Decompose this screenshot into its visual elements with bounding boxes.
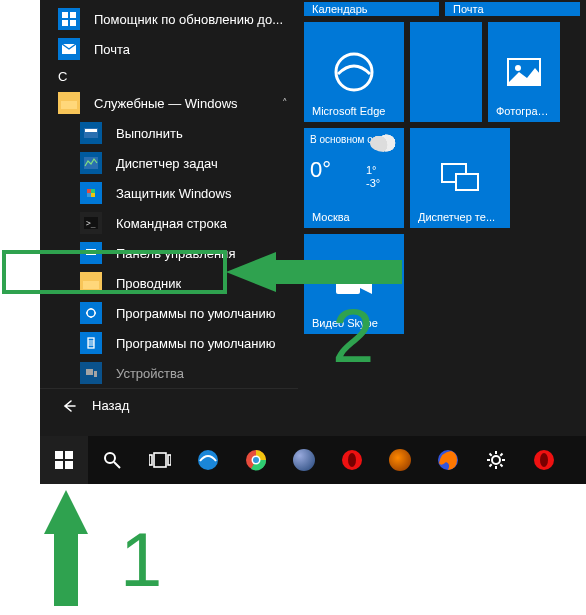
svg-rect-32 — [456, 174, 478, 190]
svg-rect-34 — [55, 451, 63, 459]
windows-icon — [58, 8, 80, 30]
cloud-icon — [370, 134, 398, 152]
tile-edge[interactable]: Microsoft Edge — [304, 22, 404, 122]
start-button[interactable] — [40, 436, 88, 484]
app-item-label: Проводник — [116, 276, 181, 291]
tile-weather[interactable]: В основном о... 0° 1° -3° Москва — [304, 128, 404, 228]
app-item-mail[interactable]: Почта — [40, 34, 298, 64]
back-label: Назад — [92, 398, 129, 413]
devices-icon — [80, 362, 102, 384]
weather-range: 1° -3° — [366, 164, 380, 190]
tile-calendar[interactable]: Календарь — [304, 2, 439, 16]
svg-rect-33 — [336, 274, 360, 294]
app-item-label: Почта — [94, 42, 130, 57]
svg-rect-10 — [87, 189, 91, 193]
app-folder-windows-system[interactable]: Служебные — Windows ˄ — [40, 88, 298, 118]
chevron-up-icon: ˄ — [282, 97, 288, 110]
app-taskbar-1[interactable] — [280, 436, 328, 484]
svg-point-49 — [492, 456, 500, 464]
svg-rect-41 — [168, 455, 171, 465]
svg-rect-35 — [65, 451, 73, 459]
app-item-label: Выполнить — [116, 126, 183, 141]
app-item-devices[interactable]: Устройства — [40, 358, 298, 388]
svg-rect-17 — [86, 249, 96, 255]
tile-mail[interactable]: Почта — [445, 2, 580, 16]
app-item-explorer[interactable]: Проводник — [40, 268, 298, 298]
controlpanel-icon — [80, 242, 102, 264]
tile-photos[interactable]: Фотографии — [488, 22, 560, 122]
app-item-label: Панель управления — [116, 246, 235, 261]
brush-icon — [389, 449, 411, 471]
app-item-label: Командная строка — [116, 216, 227, 231]
run-icon — [80, 122, 102, 144]
svg-rect-7 — [85, 129, 97, 132]
search-button[interactable] — [88, 436, 136, 484]
app-item-label: Служебные — Windows — [94, 96, 238, 111]
app-item-control-panel[interactable]: Панель управления — [40, 238, 298, 268]
defender-icon — [80, 182, 102, 204]
cmd-icon: >_ — [80, 212, 102, 234]
arrow-left-icon — [62, 399, 76, 413]
remote-icon — [440, 162, 480, 194]
svg-rect-36 — [55, 461, 63, 469]
svg-rect-26 — [86, 369, 93, 375]
svg-rect-12 — [87, 193, 91, 197]
opera-taskbar-2[interactable] — [520, 436, 568, 484]
tile-caption: Почта — [453, 2, 484, 16]
app-item-label: Программы по умолчанию — [116, 336, 275, 351]
tile-remote-desktop[interactable]: Диспетчер те... — [410, 128, 510, 228]
app-item-update-assistant[interactable]: Помощник по обновлению до... — [40, 4, 298, 34]
svg-point-47 — [348, 453, 356, 467]
svg-rect-3 — [70, 20, 76, 26]
app-item-default-programs-1[interactable]: Программы по умолчанию — [40, 298, 298, 328]
app-item-run[interactable]: Выполнить — [40, 118, 298, 148]
svg-point-19 — [92, 251, 94, 253]
taskview-button[interactable] — [136, 436, 184, 484]
svg-rect-39 — [154, 453, 166, 467]
edge-icon — [332, 50, 376, 94]
taskbar — [40, 436, 586, 484]
defaults-icon — [80, 302, 102, 324]
apps-letter-header[interactable]: С — [40, 64, 298, 88]
opera-icon — [533, 449, 555, 471]
chrome-icon — [245, 449, 267, 471]
weather-city: Москва — [312, 211, 350, 223]
defaults-icon — [80, 332, 102, 354]
weather-hi: 1° — [366, 164, 380, 177]
all-apps-list: Помощник по обновлению до... Почта С Слу… — [40, 0, 298, 436]
gear-icon — [485, 449, 507, 471]
svg-point-45 — [253, 457, 259, 463]
back-button[interactable]: Назад — [40, 388, 298, 422]
edge-taskbar[interactable] — [184, 436, 232, 484]
annotation-label-1: 1 — [120, 516, 162, 603]
windows-logo-icon — [53, 449, 75, 471]
taskview-icon — [149, 449, 171, 471]
search-icon — [101, 449, 123, 471]
weather-lo: -3° — [366, 177, 380, 190]
chrome-taskbar[interactable] — [232, 436, 280, 484]
folder-icon — [58, 92, 80, 114]
app-item-default-programs-2[interactable]: Программы по умолчанию — [40, 328, 298, 358]
app-taskbar-2[interactable] — [376, 436, 424, 484]
app-item-label: Устройства — [116, 366, 184, 381]
firefox-taskbar[interactable] — [424, 436, 472, 484]
app-item-label: Помощник по обновлению до... — [94, 12, 283, 27]
tile-caption: Календарь — [312, 2, 368, 16]
app-item-defender[interactable]: Защитник Windows — [40, 178, 298, 208]
app-item-task-manager[interactable]: Диспетчер задач — [40, 148, 298, 178]
opera-icon — [341, 449, 363, 471]
svg-rect-13 — [91, 193, 95, 197]
app-item-cmd[interactable]: >_ Командная строка — [40, 208, 298, 238]
svg-text:>_: >_ — [86, 219, 96, 228]
svg-point-18 — [88, 251, 90, 253]
svg-rect-20 — [83, 281, 99, 289]
start-menu: Помощник по обновлению до... Почта С Слу… — [40, 0, 586, 436]
opera-taskbar[interactable] — [328, 436, 376, 484]
explorer-icon — [80, 272, 102, 294]
tile-caption: Microsoft Edge — [312, 105, 385, 117]
svg-rect-37 — [65, 461, 73, 469]
svg-rect-5 — [61, 101, 77, 109]
taskmgr-icon — [80, 152, 102, 174]
tile-caption: Фотографии — [496, 105, 556, 117]
settings-taskbar[interactable] — [472, 436, 520, 484]
